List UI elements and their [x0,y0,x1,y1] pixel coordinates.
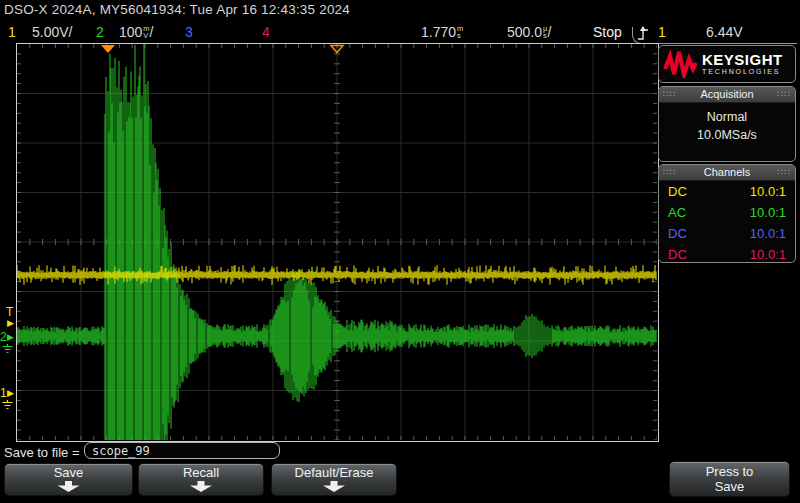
trigger-source[interactable]: 1 [658,24,666,40]
acquisition-mode: Normal [659,108,795,126]
down-arrow-icon [58,481,80,492]
run-state[interactable]: Stop [593,24,622,40]
channels-panel: ∷∷ Channels ∷∷ DC 10.0:1 AC 10.0:1 DC 10… [658,164,796,263]
oscilloscope-screen: DSO-X 2024A, MY56041934: Tue Apr 16 12:4… [0,0,800,503]
edge-trigger-icon [637,26,649,40]
channel2-ground-arrow-icon[interactable]: ▶ [7,333,14,342]
recall-button-label: Recall [183,465,219,480]
channel2-scale-suffix: / [150,24,154,40]
sample-rate: 10.0MSa/s [659,126,795,144]
channel1-ground-arrow-icon[interactable]: ▶ [7,389,14,398]
channel-probe: 10.0:1 [750,247,786,262]
channel-row: AC 10.0:1 [659,202,795,223]
grip-dots-icon: ∷∷ [778,165,791,180]
channels-header-label: Channels [704,166,750,178]
trigger-level-marker[interactable]: T [6,306,13,318]
press-to-save-line2: Save [715,479,745,494]
delay-unit: ms [457,25,463,39]
save-to-file-label: Save to file = [4,445,80,460]
acquisition-panel: ∷∷ Acquisition ∷∷ Normal 10.0MSa/s [658,86,796,162]
down-arrow-icon [190,481,212,492]
default-erase-button-label: Default/Erase [295,465,374,480]
channel2-ground-label[interactable]: 2 [0,331,7,343]
press-to-save-button[interactable]: Press to Save [669,461,790,497]
channel3-number[interactable]: 3 [185,24,193,40]
acquisition-header-label: Acquisition [700,88,753,100]
default-erase-button[interactable]: Default/Erase [271,463,397,496]
recall-button[interactable]: Recall [138,463,264,496]
save-button-label: Save [54,465,84,480]
channel1-ground-icon [1,400,14,410]
grip-dots-icon: ∷∷ [663,87,676,102]
acquisition-header[interactable]: ∷∷ Acquisition ∷∷ [659,87,795,103]
channel2-scale[interactable]: 100mV/ [119,24,154,40]
keysight-spark-icon [663,50,697,78]
keysight-logo: KEYSIGHT TECHNOLOGIES [658,45,796,83]
filename-input[interactable] [84,442,280,459]
channel2-number[interactable]: 2 [96,24,104,40]
press-to-save-line1: Press to [706,464,754,479]
down-arrow-icon [323,481,345,492]
brand-name: KEYSIGHT [702,52,783,67]
channel-coupling: DC [668,247,687,262]
waveform-display [16,43,659,442]
brand-sub: TECHNOLOGIES [702,67,783,76]
channels-header[interactable]: ∷∷ Channels ∷∷ [659,165,795,181]
channel-row: DC 10.0:1 [659,244,795,263]
timebase-suffix: / [547,24,551,40]
channel-probe: 10.0:1 [750,205,786,220]
channel1-ground-label[interactable]: 1 [0,387,7,399]
channel-coupling: AC [668,205,686,220]
channel-row: DC 10.0:1 [659,181,795,202]
trigger-position-marker[interactable] [101,45,115,53]
channel-coupling: DC [668,226,687,241]
channel2-ground-icon [1,344,14,354]
channel2-scale-value: 100 [119,24,142,40]
grip-dots-icon: ∷∷ [778,87,791,102]
channel1-number[interactable]: 1 [8,24,16,40]
trigger-level[interactable]: 6.44V [706,24,743,40]
save-button[interactable]: Save [4,463,133,496]
timebase-readout[interactable]: 500.0µs/ [507,24,551,40]
delay-readout[interactable]: 1.770ms [421,24,463,40]
trigger-level-arrow-icon[interactable]: ▶ [7,319,14,328]
delay-value: 1.770 [421,24,456,40]
channel1-scale[interactable]: 5.00V/ [32,24,72,40]
timebase-value: 500.0 [507,24,542,40]
channel4-number[interactable]: 4 [262,24,270,40]
device-title: DSO-X 2024A, MY56041934: Tue Apr 16 12:4… [4,2,350,17]
grip-dots-icon: ∷∷ [663,165,676,180]
channel-coupling: DC [668,184,687,199]
channel-row: DC 10.0:1 [659,223,795,244]
channel-probe: 10.0:1 [750,184,786,199]
waveform-canvas [17,44,657,440]
channel-probe: 10.0:1 [750,226,786,241]
